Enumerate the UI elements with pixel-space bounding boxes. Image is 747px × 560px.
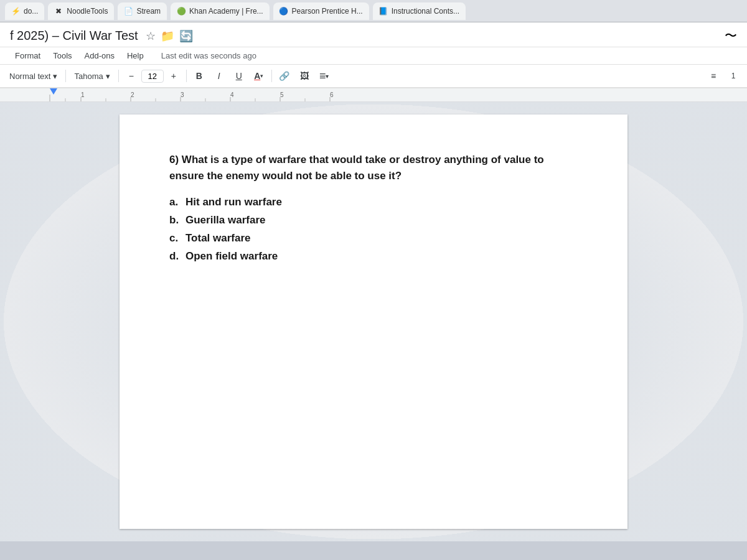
font-family-select[interactable]: Tahoma ▾ xyxy=(70,70,114,83)
insert-image-button[interactable]: 🖼 xyxy=(296,67,313,85)
tab-do-icon: ⚡ xyxy=(11,7,20,16)
paragraph-style-chevron: ▾ xyxy=(53,72,57,81)
toolbar-divider-2 xyxy=(118,70,119,82)
last-edit-status: Last edit was seconds ago xyxy=(161,51,256,60)
tab-khan-label: Khan Academy | Fre... xyxy=(189,7,263,16)
text-color-dropdown-icon: ▾ xyxy=(260,73,263,79)
toolbar-divider-1 xyxy=(65,70,66,82)
tab-noodletools-label: NoodleTools xyxy=(67,7,108,16)
tab-pearson-icon: 🔵 xyxy=(280,7,288,16)
answer-b: b. Guerilla warfare xyxy=(169,212,578,230)
tab-instructional-icon: 📘 xyxy=(379,7,388,16)
bold-label: B xyxy=(196,71,202,81)
paragraph-style-select[interactable]: Normal text ▾ xyxy=(5,70,62,83)
answer-d: d. Open field warfare xyxy=(169,248,578,266)
menu-addons[interactable]: Add-ons xyxy=(80,49,120,63)
tab-instructional-label: Instructional Conts... xyxy=(392,7,459,16)
text-color-label: A xyxy=(254,71,260,81)
answer-list: a. Hit and run warfare b. Guerilla warfa… xyxy=(169,194,578,266)
tab-khan[interactable]: 🟢 Khan Academy | Fre... xyxy=(171,2,270,20)
more-options-button[interactable]: ≡ ▾ xyxy=(316,67,333,85)
answer-c-label: c. xyxy=(169,230,182,248)
svg-text:2: 2 xyxy=(131,91,134,98)
docs-toolbar: Normal text ▾ Tahoma ▾ − + B I U xyxy=(0,65,747,88)
docs-content-area[interactable]: 6) What is a type of warfare that would … xyxy=(0,102,747,541)
more-options-chevron: ▾ xyxy=(326,73,329,80)
folder-icon[interactable]: 📁 xyxy=(161,29,174,43)
docs-title: f 2025) – Civil War Test xyxy=(10,29,138,43)
tab-stream[interactable]: 📄 Stream xyxy=(118,2,167,20)
insert-image-icon: 🖼 xyxy=(300,71,309,81)
answer-d-text: Open field warfare xyxy=(186,248,278,266)
toolbar-extra-button[interactable]: 1 xyxy=(725,67,742,85)
cloud-icon[interactable]: 🔄 xyxy=(179,29,193,43)
tab-khan-icon: 🟢 xyxy=(177,7,186,16)
link-icon: 🔗 xyxy=(279,71,289,81)
answer-a: a. Hit and run warfare xyxy=(169,194,578,212)
tab-instructional[interactable]: 📘 Instructional Conts... xyxy=(373,2,466,20)
menu-help[interactable]: Help xyxy=(122,49,149,63)
toolbar-divider-3 xyxy=(186,70,187,82)
font-family-chevron: ▾ xyxy=(106,72,110,81)
ruler: 1 2 3 4 5 6 xyxy=(0,88,747,102)
tab-do[interactable]: ⚡ do... xyxy=(5,2,44,20)
numbered-list-button[interactable]: ≡ xyxy=(705,67,722,85)
question-6: 6) What is a type of warfare that would … xyxy=(169,152,578,266)
docs-menu-bar: Format Tools Add-ons Help Last edit was … xyxy=(0,47,747,65)
answer-a-label: a. xyxy=(169,194,182,212)
tab-noodletools[interactable]: ✖ NoodleTools xyxy=(48,2,114,20)
paragraph-style-label: Normal text xyxy=(9,72,50,81)
star-icon[interactable]: ☆ xyxy=(146,29,156,43)
answer-b-text: Guerilla warfare xyxy=(186,212,266,230)
answer-c: c. Total warfare xyxy=(169,230,578,248)
underline-label: U xyxy=(236,71,242,81)
docs-title-bar: f 2025) – Civil War Test ☆ 📁 🔄 〜 xyxy=(0,22,747,47)
tab-stream-label: Stream xyxy=(136,7,161,16)
question-number: 6) xyxy=(169,154,182,166)
italic-label: I xyxy=(218,71,220,81)
svg-text:6: 6 xyxy=(330,91,334,98)
wave-icon: 〜 xyxy=(725,27,737,44)
bold-button[interactable]: B xyxy=(190,67,208,85)
title-icons: ☆ 📁 🔄 xyxy=(146,29,193,43)
tab-noodletools-icon: ✖ xyxy=(54,7,63,16)
toolbar-divider-4 xyxy=(271,70,272,82)
question-body: What is a type of warfare that would tak… xyxy=(169,154,544,182)
svg-text:5: 5 xyxy=(280,91,284,98)
document-page: 6) What is a type of warfare that would … xyxy=(120,114,627,529)
link-button[interactable]: 🔗 xyxy=(276,67,293,85)
menu-tools[interactable]: Tools xyxy=(48,49,77,63)
menu-format[interactable]: Format xyxy=(10,49,45,63)
answer-b-label: b. xyxy=(169,212,182,230)
answer-c-text: Total warfare xyxy=(186,230,251,248)
browser-tab-bar: ⚡ do... ✖ NoodleTools 📄 Stream 🟢 Khan Ac… xyxy=(0,0,747,22)
more-options-icon: ≡ xyxy=(319,70,326,83)
tab-pearson-label: Pearson Prentice H... xyxy=(292,7,363,16)
numbered-list-icon: ≡ xyxy=(711,71,716,81)
tab-stream-icon: 📄 xyxy=(124,7,133,16)
svg-text:1: 1 xyxy=(81,91,85,98)
underline-button[interactable]: U xyxy=(230,67,248,85)
ruler-svg: 1 2 3 4 5 6 xyxy=(0,88,747,102)
italic-button[interactable]: I xyxy=(210,67,228,85)
question-6-text: 6) What is a type of warfare that would … xyxy=(169,152,578,184)
font-size-input[interactable] xyxy=(141,70,164,83)
answer-a-text: Hit and run warfare xyxy=(186,194,282,212)
font-family-label: Tahoma xyxy=(74,72,103,81)
docs-container: f 2025) – Civil War Test ☆ 📁 🔄 〜 Format … xyxy=(0,22,747,541)
font-size-decrease-button[interactable]: − xyxy=(123,67,140,85)
answer-d-label: d. xyxy=(169,248,182,266)
toolbar-extra-icon: 1 xyxy=(731,72,736,80)
font-size-control: − + xyxy=(123,67,182,85)
text-color-button[interactable]: A ▾ xyxy=(250,67,268,85)
tab-pearson[interactable]: 🔵 Pearson Prentice H... xyxy=(273,2,369,20)
tab-do-label: do... xyxy=(24,7,38,16)
svg-text:3: 3 xyxy=(181,91,184,98)
font-size-increase-button[interactable]: + xyxy=(165,67,182,85)
svg-text:4: 4 xyxy=(230,91,234,98)
